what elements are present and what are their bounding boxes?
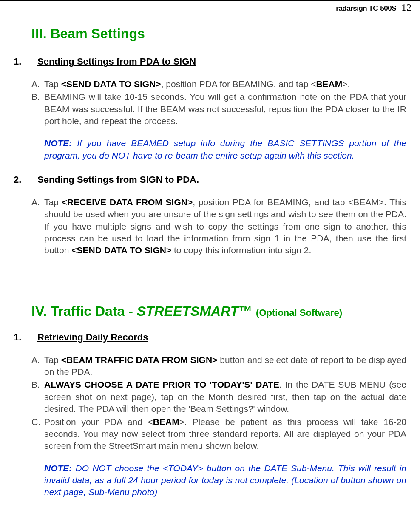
section-4-heading: IV. Traffic Data - STREETSMART™ (Optiona…	[31, 303, 406, 319]
sub-body: Tap <SEND DATA TO SIGN>, position PDA fo…	[44, 78, 406, 90]
bold-text: <BEAM TRAFFIC DATA FROM SIGN>	[61, 355, 218, 365]
sub-marker: A.	[31, 354, 44, 378]
bold-text: BEAM	[316, 79, 342, 89]
list-marker: 1.	[14, 56, 37, 67]
section-4-item-1-sublist: A. Tap <BEAM TRAFFIC DATA FROM SIGN> but…	[31, 354, 406, 452]
title-italic: STREETSMART	[137, 303, 238, 319]
sub-marker: B.	[31, 379, 44, 415]
note-block: NOTE: If you have BEAMED setup info duri…	[44, 137, 406, 162]
sub-body: ALWAYS CHOOSE A DATE PRIOR TO 'TODAY'S' …	[44, 379, 406, 415]
bold-text: BEAM	[153, 417, 179, 427]
note-text: DO NOT choose the <TODAY> button on the …	[44, 463, 406, 497]
list-item: A. Tap <BEAM TRAFFIC DATA FROM SIGN> but…	[31, 354, 406, 378]
sub-body: Tap <RECEIVE DATA FROM SIGN>, position P…	[44, 196, 406, 257]
list-label: Retrieving Daily Records	[37, 332, 148, 343]
note-block: NOTE: DO NOT choose the <TODAY> button o…	[44, 462, 406, 499]
sub-body: Position your PDA and <BEAM>. Please be …	[44, 416, 406, 452]
note-label: NOTE:	[44, 463, 72, 473]
sub-body: BEAMING will take 10-15 seconds. You wil…	[44, 91, 406, 127]
list-marker: 1.	[14, 332, 37, 343]
list-item: C. Position your PDA and <BEAM>. Please …	[31, 416, 406, 452]
optional-text: (Optional Software)	[256, 307, 342, 318]
section-3-item-1-heading: 1. Sending Settings from PDA to SIGN	[14, 56, 406, 67]
bold-text: <SEND DATA TO SIGN>	[61, 79, 161, 89]
note-text: If you have BEAMED setup info during the…	[44, 138, 406, 160]
list-marker: 2.	[14, 174, 37, 185]
bold-text: <SEND DATA TO SIGN>	[71, 245, 171, 255]
section-3-heading: III. Beam Settings	[31, 26, 406, 42]
product-title: radarsign TC-500S	[336, 4, 396, 13]
section-3-item-2-heading: 2. Sending Settings from SIGN to PDA.	[14, 174, 406, 185]
page-header: radarsign TC-500S 12	[0, 0, 420, 13]
list-item: A. Tap <SEND DATA TO SIGN>, position PDA…	[31, 78, 406, 90]
section-3-item-1-sublist: A. Tap <SEND DATA TO SIGN>, position PDA…	[31, 78, 406, 127]
page-content: III. Beam Settings 1. Sending Settings f…	[0, 13, 420, 513]
list-item: A. Tap <RECEIVE DATA FROM SIGN>, positio…	[31, 196, 406, 257]
note-label: NOTE:	[44, 138, 72, 148]
list-item: B. BEAMING will take 10-15 seconds. You …	[31, 91, 406, 127]
section-3-item-2-sublist: A. Tap <RECEIVE DATA FROM SIGN>, positio…	[31, 196, 406, 257]
page-number: 12	[401, 2, 411, 13]
sub-body: Tap <BEAM TRAFFIC DATA FROM SIGN> button…	[44, 354, 406, 378]
section-4-item-1-heading: 1. Retrieving Daily Records	[14, 332, 406, 343]
list-item: B. ALWAYS CHOOSE A DATE PRIOR TO 'TODAY'…	[31, 379, 406, 415]
sub-marker: A.	[31, 196, 44, 257]
sub-marker: C.	[31, 416, 44, 452]
list-label: Sending Settings from PDA to SIGN	[37, 56, 196, 67]
sub-marker: A.	[31, 78, 44, 90]
list-label: Sending Settings from SIGN to PDA.	[37, 174, 199, 185]
sub-marker: B.	[31, 91, 44, 127]
bold-text: <RECEIVE DATA FROM SIGN>	[62, 197, 193, 207]
bold-text: ALWAYS CHOOSE A DATE PRIOR TO 'TODAY'S' …	[44, 380, 279, 389]
